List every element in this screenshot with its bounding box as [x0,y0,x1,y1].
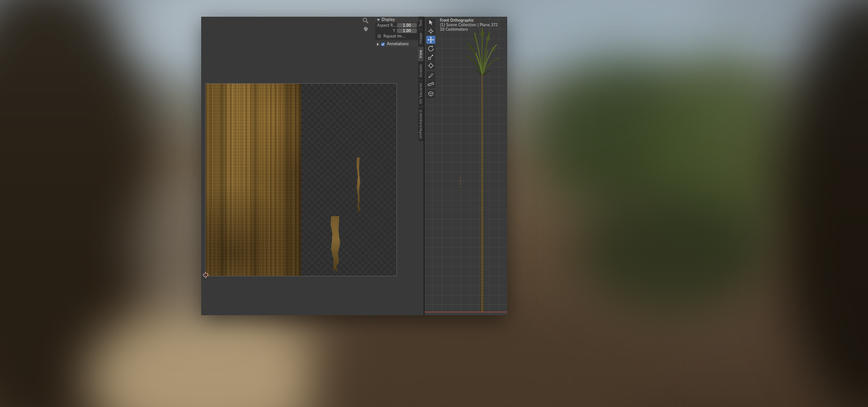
chevron-right-icon [377,43,379,46]
display-panel-header[interactable]: Display [375,17,418,23]
screen: Display Aspect R... 1.00 Y 1.00 Repeat I… [0,0,868,407]
annotate-icon [427,72,434,79]
aspect-y-row: Y 1.00 [375,28,418,33]
move-icon [427,36,434,43]
bg-blob [778,0,868,407]
aspect-x-row: Aspect R... 1.00 [375,23,418,28]
bg-blob [574,190,769,312]
display-panel-title: Display [382,18,395,22]
aspect-y-label: Y [377,29,397,33]
aspect-x-label: Aspect R... [377,24,397,28]
repeat-image-label: Repeat Im... [382,34,405,38]
tab-image[interactable]: Image [418,30,424,47]
select-box-icon [427,19,434,26]
annotate-tool-button[interactable] [426,71,435,80]
uv-image-editor[interactable]: Display Aspect R... 1.00 Y 1.00 Repeat I… [201,17,425,315]
aspect-y-field[interactable]: 1.00 [397,28,417,33]
annotations-panel-header[interactable]: Annotations [375,41,418,47]
uv-image-canvas[interactable] [206,84,396,276]
texture-image-left [206,84,301,276]
display-panel: Display Aspect R... 1.00 Y 1.00 Repeat I… [375,17,418,40]
2d-cursor-icon[interactable] [202,271,209,279]
transform-icon [427,62,434,69]
repeat-image-row: Repeat Im... [375,33,418,39]
transform-tool-button[interactable] [426,62,435,70]
tab-uvpackmaster3[interactable]: UVPackmaster3 [418,107,424,141]
cursor-tool-button[interactable] [426,27,435,35]
tab-uv-squares[interactable]: UV Squares [418,80,424,106]
add-cube-icon [427,90,434,98]
measure-tool-button[interactable] [426,80,435,88]
checkbox-checked-icon[interactable] [381,42,385,47]
x-axis-line [425,312,507,312]
move-tool-button[interactable] [426,36,435,44]
scale-icon [427,53,434,61]
sidebar-panel: Display Aspect R... 1.00 Y 1.00 Repeat I… [375,17,418,47]
measure-icon [427,80,434,88]
annotations-panel-title: Annotations [387,42,409,46]
editor-gizmos [362,17,370,33]
sidebar-tabs: Tool Image View Scopes UV Squares UVPack… [418,17,424,142]
palm-tree-crown[interactable] [460,26,500,80]
alpha-checker-background [301,84,396,276]
palm-tree-trunk[interactable] [480,75,484,312]
tab-tool[interactable]: Tool [418,17,424,29]
3d-viewport[interactable]: Front Orthographic (1) Scene Collection … [425,17,507,315]
chevron-down-icon [377,19,380,21]
small-scene-object[interactable] [459,177,462,189]
select-box-tool-button[interactable] [426,19,435,27]
tab-scopes[interactable]: Scopes [418,62,424,80]
add-cube-tool-button[interactable] [426,90,435,98]
bg-blob [312,312,637,407]
rotate-icon [427,45,434,52]
scale-tool-button[interactable] [426,53,435,61]
cursor-icon [427,28,434,35]
tab-view[interactable]: View [418,47,424,61]
viewport-view-label: Front Orthographic [440,19,498,23]
rotate-tool-button[interactable] [426,44,435,52]
checkbox-unchecked-icon[interactable] [377,34,382,38]
blender-window: Display Aspect R... 1.00 Y 1.00 Repeat I… [201,17,507,315]
viewport-toolbar [426,19,435,99]
pan-hand-icon[interactable] [362,25,369,32]
zoom-icon[interactable] [362,17,369,24]
aspect-x-field[interactable]: 1.00 [397,23,417,28]
